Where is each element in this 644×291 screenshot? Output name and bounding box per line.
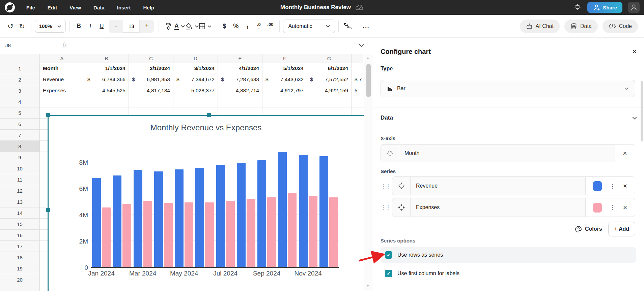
cell-A3[interactable]: Expenses [40,85,84,96]
row-header-12[interactable]: 12 [0,185,40,196]
column-header-A[interactable]: A [40,54,84,63]
font-size-decrease-button[interactable]: - [109,23,123,30]
undo-button[interactable]: ↺ [5,20,16,33]
column-header-B[interactable]: B [84,54,129,63]
column-header-F[interactable]: F [262,54,307,63]
option-use-rows-as-series[interactable]: ✓ Use rows as series [381,247,636,263]
row-header-18[interactable]: 18 [0,252,40,263]
remove-series-icon[interactable]: ✕ [623,183,627,189]
text-color-button[interactable]: A [174,20,185,33]
row-header-13[interactable]: 13 [0,196,40,207]
cell-C4[interactable] [129,96,173,107]
redo-button[interactable]: ↻ [16,20,28,33]
drag-handle-icon[interactable]: ⋮⋮ [381,204,392,211]
checkbox-checked-icon[interactable]: ✓ [385,251,392,259]
row-header-5[interactable]: 5 [0,107,40,119]
cell-G4[interactable] [307,96,352,107]
option-use-first-column-for-labels[interactable]: ✓ Use first column for labels [381,267,636,280]
column-header-stub[interactable] [352,54,363,63]
cell-B1[interactable]: 1/1/2024 [84,63,129,74]
cell-A1[interactable]: Month [40,63,84,74]
name-box[interactable]: J8 [5,42,11,48]
chart-resize-handle[interactable] [207,113,211,117]
formula-bar-expand-icon[interactable] [359,44,364,47]
colors-button[interactable]: Colors [575,226,602,233]
scrollbar-thumb[interactable] [366,64,371,97]
row-header-20[interactable]: 20 [0,274,40,285]
series-color-swatch[interactable] [593,203,602,213]
drag-handle-icon[interactable]: ⋮⋮ [381,183,392,190]
row-header-6[interactable]: 6 [0,119,40,130]
sheet-vertical-scrollbar[interactable]: ▲ ▼ [364,54,373,291]
row-header-10[interactable]: 10 [0,163,40,174]
cell-A2[interactable]: Revenue [40,74,84,85]
fill-color-button[interactable] [185,20,199,33]
cell-C1[interactable]: 2/1/2024 [129,63,173,74]
row-header-8[interactable]: 8 [0,141,40,152]
cell-H2[interactable]: $ 7 [352,74,363,85]
row-header-17[interactable]: 17 [0,241,40,252]
paint-format-button[interactable] [162,20,174,33]
row-header-19[interactable]: 19 [0,263,40,274]
rows-logo-icon[interactable] [5,2,15,12]
cell-E1[interactable]: 4/1/2024 [218,63,262,74]
decrease-decimal-button[interactable]: .0← [253,20,264,33]
series-menu-icon[interactable]: ⋮ [610,183,615,190]
series-name[interactable]: Revenue [411,177,585,195]
panel-scrollbar-thumb[interactable] [641,81,643,141]
cell-E2[interactable]: $7,287,633 [218,74,262,85]
chart-type-select[interactable]: Bar [381,80,635,97]
cell-B4[interactable] [84,96,129,107]
row-header-2[interactable]: 2 [0,74,40,85]
row-header-9[interactable]: 9 [0,152,40,163]
row-header-14[interactable]: 14 [0,207,40,219]
menu-data[interactable]: Data [93,5,105,10]
embedded-chart[interactable]: Monthly Revenue vs Expenses 02M4M6M8M Ja… [48,116,364,291]
column-header-C[interactable]: C [129,54,173,63]
remove-xaxis-icon[interactable]: ✕ [615,144,635,162]
menu-insert[interactable]: Insert [117,5,131,10]
ai-chat-button[interactable]: AI Chat [520,20,560,33]
row-header-1[interactable]: 1 [0,63,40,74]
chart-resize-handle[interactable] [46,208,50,212]
checkbox-checked-icon[interactable]: ✓ [385,270,392,277]
theme-toggle-icon[interactable] [573,3,582,12]
column-header-E[interactable]: E [218,54,262,63]
row-header-11[interactable]: 11 [0,174,40,185]
cell-G1[interactable]: 6/1/2024 [307,63,352,74]
cell-D2[interactable]: $7,394,672 [173,74,218,85]
panel-close-icon[interactable]: ✕ [632,48,637,55]
select-all-corner[interactable] [0,54,40,63]
font-size-increase-button[interactable]: + [140,23,154,30]
cell-G3[interactable]: 4,922,159 [307,85,352,96]
number-format-select[interactable]: Automatic [283,20,335,33]
font-size-value[interactable]: 13 [123,20,140,33]
menu-help[interactable]: Help [143,5,154,10]
cell-C3[interactable]: 4,817,134 [129,85,173,96]
cell-C2[interactable]: $6,981,353 [129,74,173,85]
cell-D1[interactable]: 3/1/2024 [173,63,218,74]
zoom-select[interactable]: 100% [35,20,66,33]
remove-series-icon[interactable]: ✕ [623,204,627,211]
percent-format-button[interactable]: % [230,20,242,33]
column-header-D[interactable]: D [173,54,218,63]
add-series-button[interactable]: + Add [608,222,635,236]
chart-resize-handle[interactable] [46,113,50,117]
data-button[interactable]: Data [564,20,598,33]
cell-H1[interactable] [352,63,363,74]
underline-button[interactable]: U [96,20,107,33]
cell-H4[interactable] [352,96,363,107]
italic-button[interactable]: I [84,20,96,33]
row-header-3[interactable]: 3 [0,85,40,96]
comma-format-button[interactable]: , [242,20,253,33]
column-header-G[interactable]: G [307,54,352,63]
cell-D4[interactable] [173,96,218,107]
borders-button[interactable] [199,20,212,33]
row-header-21[interactable] [0,285,40,291]
cell-B2[interactable]: $6,784,366 [84,74,129,85]
increase-decimal-button[interactable]: .00→ [264,20,276,33]
code-button[interactable]: Code [603,20,638,33]
cell-F1[interactable]: 5/1/2024 [262,63,307,74]
row-header-4[interactable]: 4 [0,96,40,107]
cell-F3[interactable]: 4,912,797 [262,85,307,96]
